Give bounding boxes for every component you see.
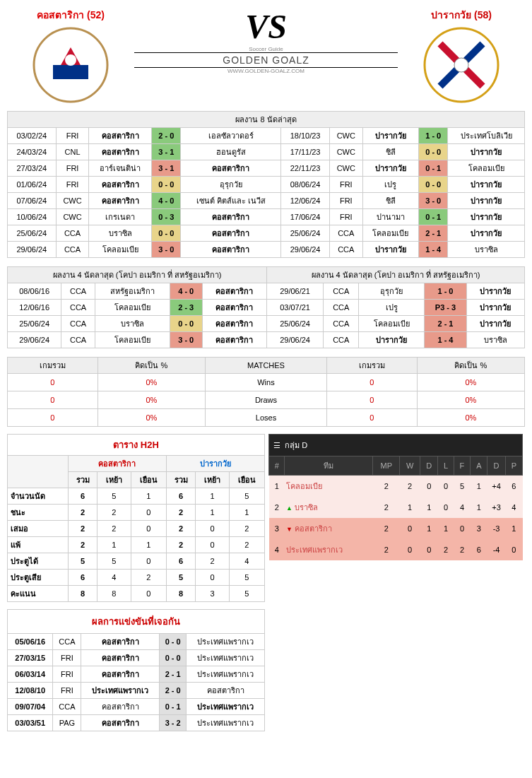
group-table: ☰ กลุ่ม D #ทีมMPWDLFADP 1โคลอมเบีย220051…	[268, 434, 523, 560]
h2h-title: ตาราง H2H	[8, 435, 265, 456]
team-left-block: คอสตาริกา (52)	[7, 7, 134, 104]
vs-text: VS	[134, 7, 398, 46]
team-left-name: คอสตาริกา (52)	[7, 7, 134, 23]
logo-top-text: Soccer Guide	[134, 46, 398, 52]
encounters-table: ผลการแข่งขันที่เจอกัน 05/06/16CCAคอสตาริ…	[7, 609, 265, 731]
last8-table: ผลงาน 8 นัดล่าสุด 03/02/24FRIคอสตาริกา2 …	[7, 111, 525, 258]
last4-title-right: ผลงาน 4 นัดลาสุด (โคปา อเมริกา ที่ สหรัฐ…	[266, 267, 524, 283]
team-left-crest	[32, 26, 110, 104]
svg-point-2	[65, 54, 76, 66]
center-vs-logo: VS Soccer Guide GOLDEN GOALZ WWW.GOLDEN-…	[134, 7, 398, 74]
h2h-table: ตาราง H2H คอสตาริกา ปารากวัย รวมเหย้าเยื…	[7, 434, 265, 602]
last4-title-left: ผลงาน 4 นัดลาสุด (โคปา อเมริกา ที่ สหรัฐ…	[8, 267, 267, 283]
encounters-title: ผลการแข่งขันที่เจอกัน	[8, 610, 265, 634]
svg-rect-1	[53, 65, 88, 79]
last8-title: ผลงาน 8 นัดล่าสุด	[8, 112, 525, 128]
group-title: กลุ่ม D	[285, 441, 307, 449]
summary-table: เกมรวมคิดเป็น %MATCHESเกมรวมคิดเป็น % 00…	[7, 357, 525, 427]
team-right-name: ปารากวัย (58)	[398, 7, 525, 23]
svg-point-6	[454, 58, 468, 72]
team-right-block: ปารากวัย (58)	[398, 7, 525, 104]
team-right-crest	[422, 26, 500, 104]
h2h-team-left: คอสตาริกา	[68, 456, 166, 472]
h2h-team-right: ปารากวัย	[166, 456, 264, 472]
last4-table: ผลงาน 4 นัดลาสุด (โคปา อเมริกา ที่ สหรัฐ…	[7, 266, 525, 348]
match-header: คอสตาริกา (52) VS Soccer Guide GOLDEN GO…	[7, 7, 525, 104]
logo-sub-text: WWW.GOLDEN-GOALZ.COM	[134, 68, 398, 74]
logo-main-text: GOLDEN GOALZ	[134, 52, 398, 68]
